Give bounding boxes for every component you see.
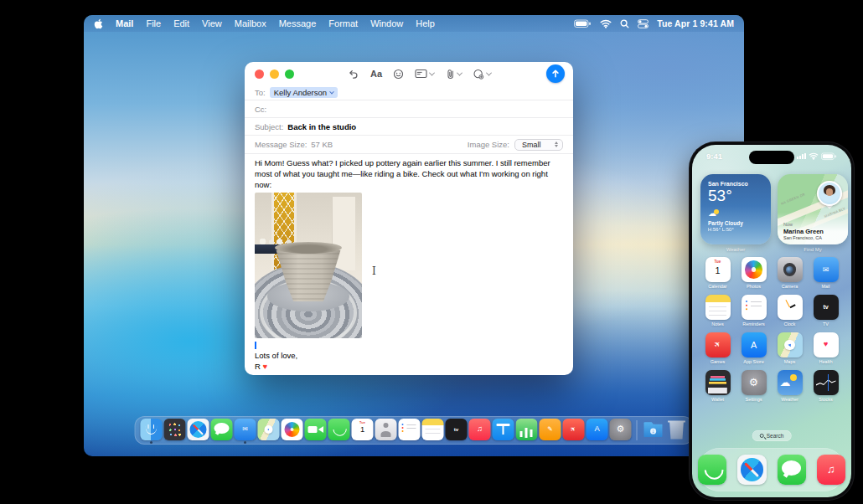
dock-item-notes[interactable] — [422, 417, 444, 444]
dock-icon-keynote[interactable] — [493, 419, 514, 440]
zoom-button[interactable] — [285, 69, 294, 79]
dock-icon-numbers[interactable] — [516, 419, 538, 440]
dock-item-launchpad[interactable] — [164, 417, 186, 444]
dock-icon-pages[interactable]: ✎ — [540, 419, 561, 440]
close-button[interactable] — [255, 69, 264, 79]
app-icon-health[interactable]: ♥ — [814, 332, 839, 357]
app-tile-settings[interactable]: ⚙Settings — [737, 370, 771, 402]
dock-icon-launchpad[interactable] — [164, 419, 186, 440]
subject-field[interactable]: Subject: Back in the studio — [245, 118, 573, 136]
dock-icon-mail[interactable]: ✉ — [235, 419, 256, 440]
send-button[interactable] — [546, 64, 565, 83]
dock-icon-appstore[interactable]: A — [587, 419, 608, 440]
insert-photo-button[interactable] — [473, 69, 491, 80]
dock-icon-music[interactable]: ♫ — [469, 419, 491, 440]
dock-item-finder[interactable] — [141, 417, 163, 444]
spotlight-search-pill[interactable]: Search — [752, 430, 792, 441]
menu-edit[interactable]: Edit — [173, 18, 189, 28]
app-icon-tv[interactable]: tv — [814, 295, 839, 320]
app-tile-photos[interactable]: Photos — [737, 257, 771, 289]
undo-button[interactable] — [349, 69, 359, 80]
dock-app-icon-music[interactable]: ♫ — [817, 455, 845, 485]
menu-format[interactable]: Format — [328, 18, 358, 28]
findmy-widget[interactable]: NA GREEN DR MARINA BLV Now Marina Green … — [778, 174, 848, 244]
recipient-token[interactable]: Kelly Anderson — [270, 87, 338, 98]
app-tile-games[interactable]: ✈Games — [701, 332, 735, 364]
menu-view[interactable]: View — [202, 18, 222, 28]
app-tile-notes[interactable]: Notes — [701, 295, 735, 327]
dock-icon-safari[interactable] — [188, 419, 209, 440]
weather-widget[interactable]: San Francisco 53° ☁ Partly Cloudy H:56° … — [700, 174, 771, 244]
attach-button[interactable] — [445, 69, 462, 80]
app-icon-clock[interactable] — [778, 295, 803, 320]
dock-item-settings[interactable]: ⚙ — [610, 417, 632, 444]
header-fields-button[interactable] — [415, 69, 434, 79]
dock-item-mail[interactable]: ✉ — [235, 417, 256, 444]
dock-icon-notes[interactable] — [422, 419, 444, 440]
app-icon-appstore[interactable]: A — [742, 332, 767, 357]
dock-item-reminders[interactable] — [399, 417, 421, 444]
app-icon-camera[interactable] — [778, 257, 803, 282]
dock-icon-maps[interactable] — [258, 419, 280, 440]
dock-icon-contacts[interactable] — [375, 419, 397, 440]
image-size-select[interactable]: Small — [514, 139, 563, 151]
dock-icon-reminders[interactable] — [399, 419, 421, 440]
app-icon-weather[interactable] — [778, 370, 803, 395]
dock-item-safari[interactable] — [188, 417, 209, 444]
dock-icon-phone[interactable] — [328, 419, 350, 440]
menu-file[interactable]: File — [146, 18, 161, 28]
dock-item-tv[interactable]: tv — [446, 417, 468, 444]
app-tile-stocks[interactable]: Stocks — [809, 370, 843, 402]
app-tile-tv[interactable]: tvTV — [809, 295, 843, 327]
app-icon-wallet[interactable] — [705, 370, 731, 395]
app-icon-calendar[interactable]: Tue1 — [705, 257, 731, 282]
battery-icon[interactable] — [574, 19, 592, 28]
dock-icon-settings[interactable]: ⚙ — [610, 419, 632, 440]
app-icon-maps[interactable] — [778, 332, 803, 357]
apple-menu[interactable] — [94, 18, 103, 29]
app-tile-health[interactable]: ♥Health — [809, 332, 843, 364]
dock-item-pages[interactable]: ✎ — [540, 417, 561, 444]
app-icon-photos[interactable] — [742, 257, 767, 282]
dock-item-trash[interactable] — [666, 417, 688, 444]
dock-item-music[interactable]: ♫ — [469, 417, 491, 444]
app-icon-stocks[interactable] — [814, 370, 839, 395]
dock-icon-games[interactable]: ✈ — [563, 419, 585, 440]
dock-icon-facetime[interactable] — [305, 419, 327, 440]
menu-mail[interactable]: Mail — [116, 18, 133, 28]
search-icon[interactable] — [620, 19, 629, 28]
emoji-button[interactable] — [393, 69, 404, 80]
dock-icon-photos[interactable] — [282, 419, 303, 440]
control-center-icon[interactable] — [638, 19, 649, 28]
dock-icon-trash[interactable] — [666, 419, 688, 440]
app-tile-reminders[interactable]: Reminders — [737, 295, 771, 327]
dock-item-games[interactable]: ✈ — [563, 417, 585, 444]
dock-item-appstore[interactable]: A — [587, 417, 608, 444]
dock-icon-downloads[interactable]: ↓ — [643, 419, 664, 440]
menu-window[interactable]: Window — [370, 18, 403, 28]
dock-item-numbers[interactable] — [516, 417, 538, 444]
wifi-icon[interactable] — [600, 19, 612, 28]
dock-item-photos[interactable] — [282, 417, 303, 444]
app-tile-wallet[interactable]: Wallet — [701, 370, 735, 402]
dock-item-calendar[interactable]: Tue1 — [352, 417, 374, 444]
app-tile-weather[interactable]: Weather — [773, 370, 807, 402]
dock-icon-finder[interactable] — [141, 419, 163, 440]
dock-app-icon-safari[interactable] — [737, 455, 766, 485]
dock-icon-calendar[interactable]: Tue1 — [352, 419, 374, 440]
app-tile-camera[interactable]: Camera — [773, 257, 807, 289]
app-icon-notes[interactable] — [705, 295, 731, 320]
dock-item-keynote[interactable] — [493, 417, 514, 444]
dock-icon-messages[interactable] — [211, 419, 233, 440]
app-tile-appstore[interactable]: AApp Store — [737, 332, 771, 364]
app-tile-clock[interactable]: Clock — [773, 295, 807, 327]
dock-item-contacts[interactable] — [375, 417, 397, 444]
message-body[interactable]: Hi Mom! Guess what? I picked up pottery … — [245, 154, 573, 373]
dock-icon-tv[interactable]: tv — [446, 419, 468, 440]
menu-bar-clock[interactable]: Tue Apr 1 9:41 AM — [657, 18, 734, 28]
menu-mailbox[interactable]: Mailbox — [235, 18, 266, 28]
menu-message[interactable]: Message — [279, 18, 317, 28]
format-button[interactable]: Aa — [370, 69, 382, 79]
app-icon-games[interactable]: ✈ — [705, 332, 731, 357]
cc-field[interactable]: Cc: — [245, 100, 573, 118]
